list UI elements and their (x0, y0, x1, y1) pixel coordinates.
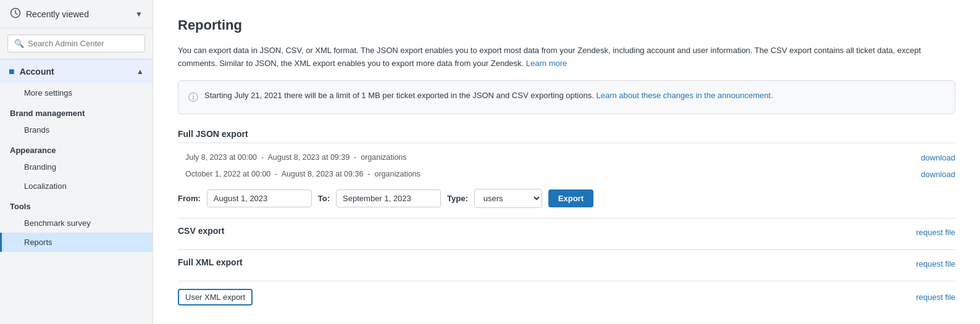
page-title: Reporting (178, 17, 955, 33)
sidebar-item-branding[interactable]: Branding (0, 157, 153, 177)
brand-management-label: Brand management (0, 102, 153, 120)
info-banner-link[interactable]: Learn about these changes in the announc… (596, 91, 773, 100)
sidebar-item-localization[interactable]: Localization (0, 177, 153, 196)
xml-request-file-link[interactable]: request file (916, 259, 955, 268)
appearance-label: Appearance (0, 139, 153, 157)
chevron-down-icon: ▼ (135, 10, 143, 19)
to-label: To: (318, 194, 330, 203)
export-row: July 8, 2023 at 00:00 - August 8, 2023 a… (178, 149, 955, 166)
sidebar: Recently viewed ▼ 🔍 ■ Account ▲ More set… (0, 0, 153, 324)
export-rows-container: July 8, 2023 at 00:00 - August 8, 2023 a… (178, 149, 955, 183)
export-row-detail: October 1, 2022 at 00:00 - August 8, 202… (185, 170, 421, 178)
main-content: Reporting You can export data in JSON, C… (153, 0, 980, 324)
sidebar-item-reports[interactable]: Reports (0, 233, 153, 252)
export-row-detail: July 8, 2023 at 00:00 - August 8, 2023 a… (185, 153, 407, 162)
clock-icon (10, 7, 21, 20)
account-chevron-icon: ▲ (136, 67, 144, 76)
sidebar-item-benchmark-survey[interactable]: Benchmark survey (0, 214, 153, 233)
csv-export-label: CSV export (178, 226, 224, 239)
full-json-export-section: Full JSON export July 8, 2023 at 00:00 -… (178, 129, 955, 208)
description-text: You can export data in JSON, CSV, or XML… (178, 44, 955, 70)
account-icon: ■ (9, 66, 15, 77)
full-json-export-label: Full JSON export (178, 129, 955, 143)
export-button[interactable]: Export (548, 189, 593, 207)
search-input-wrapper[interactable]: 🔍 (7, 35, 145, 52)
recently-viewed-label: Recently viewed (26, 9, 89, 19)
search-input[interactable] (28, 39, 138, 48)
csv-request-file-link[interactable]: request file (916, 228, 955, 237)
download-link[interactable]: download (921, 170, 955, 179)
search-icon: 🔍 (14, 39, 24, 48)
full-xml-export-section: Full XML export request file (178, 249, 955, 271)
user-xml-export-section: User XML export request file (178, 281, 955, 305)
recently-viewed-header[interactable]: Recently viewed ▼ (0, 0, 153, 28)
account-section-header[interactable]: ■ Account ▲ (0, 59, 153, 83)
from-label: From: (178, 194, 201, 203)
sidebar-item-brands[interactable]: Brands (0, 120, 153, 139)
csv-export-section: CSV export request file (178, 218, 955, 239)
user-xml-request-file-link[interactable]: request file (916, 293, 955, 302)
info-icon: ⓘ (188, 90, 198, 105)
type-select[interactable]: users (474, 189, 542, 208)
download-link[interactable]: download (921, 153, 955, 162)
to-date-input[interactable] (336, 189, 441, 207)
search-box: 🔍 (0, 28, 153, 59)
account-section-label: Account (20, 67, 54, 77)
full-xml-export-label: Full XML export (178, 257, 243, 271)
sidebar-item-more-settings[interactable]: More settings (0, 83, 153, 102)
learn-more-link[interactable]: Learn more (526, 59, 567, 68)
tools-label: Tools (0, 196, 153, 214)
user-xml-export-label: User XML export (178, 289, 253, 305)
from-date-input[interactable] (207, 189, 312, 207)
info-banner: ⓘ Starting July 21, 2021 there will be a… (178, 80, 955, 114)
account-nav-section: ■ Account ▲ More settings Brand manageme… (0, 59, 153, 252)
export-row: October 1, 2022 at 00:00 - August 8, 202… (178, 166, 955, 183)
type-label: Type: (447, 194, 468, 203)
export-controls: From: To: Type: users Export (178, 189, 955, 208)
